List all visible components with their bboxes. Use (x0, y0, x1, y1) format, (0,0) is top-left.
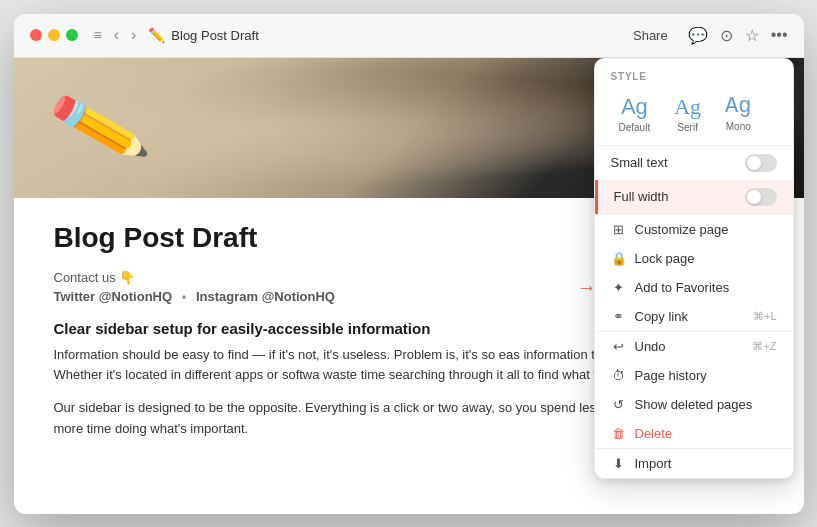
minimize-button[interactable] (48, 29, 60, 41)
delete-label: Delete (635, 426, 673, 441)
show-deleted-label: Show deleted pages (635, 397, 753, 412)
full-width-label: Full width (614, 189, 669, 204)
lock-page-label: Lock page (635, 251, 695, 266)
font-options: Ag Default Ag Serif Ag Mono (611, 90, 777, 137)
font-mono-label: Mono (726, 121, 751, 132)
maximize-button[interactable] (66, 29, 78, 41)
show-deleted-item[interactable]: ↺ Show deleted pages (595, 390, 793, 419)
close-button[interactable] (30, 29, 42, 41)
sidebar-icon[interactable]: ≡ (94, 27, 102, 43)
page-history-item[interactable]: ⏱ Page history (595, 361, 793, 390)
back-button[interactable]: ‹ (110, 24, 123, 46)
lock-page-left: 🔒 Lock page (611, 251, 695, 266)
page-history-label: Page history (635, 368, 707, 383)
full-width-toggle[interactable] (745, 188, 777, 206)
delete-item[interactable]: 🗑 Delete (595, 419, 793, 448)
customize-icon: ⊞ (611, 222, 627, 237)
font-default-label: Default (619, 122, 651, 133)
copy-link-label: Copy link (635, 309, 688, 324)
star-icon[interactable]: ☆ (745, 26, 759, 45)
help-icon[interactable]: ⊙ (720, 26, 733, 45)
style-section: STYLE Ag Default Ag Serif Ag Mono (595, 59, 793, 145)
undo-shortcut: ⌘+Z (752, 340, 776, 353)
small-text-toggle-row: Small text (595, 146, 793, 180)
history-icon: ⏱ (611, 368, 627, 383)
undo-icon: ↩ (611, 339, 627, 354)
app-window: ≡ ‹ › ✏️ Blog Post Draft Share 💬 ⊙ ☆ •••… (14, 14, 804, 514)
import-label: Import (635, 456, 672, 471)
page-title-bar: ✏️ Blog Post Draft (148, 27, 258, 43)
pencil-emoji: ✏️ (44, 75, 153, 180)
font-serif-label: Serif (677, 122, 698, 133)
twitter-handle: @NotionHQ (95, 289, 172, 304)
titlebar: ≡ ‹ › ✏️ Blog Post Draft Share 💬 ⊙ ☆ ••• (14, 14, 804, 58)
link-icon: ⚭ (611, 309, 627, 324)
instagram-handle: @NotionHQ (258, 289, 335, 304)
share-button[interactable]: Share (625, 24, 676, 47)
delete-icon: 🗑 (611, 426, 627, 441)
nav-buttons: ‹ › (110, 24, 141, 46)
favorites-item[interactable]: ✦ Add to Favorites (595, 273, 793, 302)
import-item[interactable]: ⬇ Import (595, 449, 793, 478)
undo-item[interactable]: ↩ Undo ⌘+Z (595, 332, 793, 361)
full-width-toggle-row: Full width (595, 180, 793, 214)
font-serif-option[interactable]: Ag Serif (666, 90, 709, 137)
style-dropdown-menu: STYLE Ag Default Ag Serif Ag Mono (594, 58, 794, 479)
style-section-label: STYLE (611, 71, 777, 82)
main-area: ✏️ Blog Post Draft Contact us 👇 Twitter … (14, 58, 804, 514)
font-serif-letter: Ag (674, 94, 701, 120)
copy-link-item[interactable]: ⚭ Copy link ⌘+L (595, 302, 793, 331)
star-menu-icon: ✦ (611, 280, 627, 295)
more-menu-button[interactable]: ••• (771, 26, 788, 44)
titlebar-actions: Share 💬 ⊙ ☆ ••• (625, 24, 788, 47)
font-default-option[interactable]: Ag Default (611, 90, 659, 137)
undo-label: Undo (635, 339, 666, 354)
page-history-left: ⏱ Page history (611, 368, 707, 383)
separator: • (178, 289, 190, 304)
favorites-left: ✦ Add to Favorites (611, 280, 730, 295)
arrow-indicator: → (577, 276, 597, 299)
instagram-label: Instagram (196, 289, 258, 304)
restore-icon: ↺ (611, 397, 627, 412)
forward-button[interactable]: › (127, 24, 140, 46)
customize-page-label: Customize page (635, 222, 729, 237)
chat-icon[interactable]: 💬 (688, 26, 708, 45)
page-title-text: Blog Post Draft (171, 28, 258, 43)
twitter-label: Twitter (54, 289, 96, 304)
import-left: ⬇ Import (611, 456, 672, 471)
lock-icon: 🔒 (611, 251, 627, 266)
undo-left: ↩ Undo (611, 339, 666, 354)
customize-page-item[interactable]: ⊞ Customize page (595, 215, 793, 244)
small-text-toggle[interactable] (745, 154, 777, 172)
copy-link-left: ⚭ Copy link (611, 309, 688, 324)
font-mono-letter: Ag (725, 94, 751, 119)
lock-page-item[interactable]: 🔒 Lock page (595, 244, 793, 273)
delete-left: 🗑 Delete (611, 426, 673, 441)
traffic-lights (30, 29, 78, 41)
import-icon: ⬇ (611, 456, 627, 471)
copy-link-shortcut: ⌘+L (753, 310, 777, 323)
show-deleted-left: ↺ Show deleted pages (611, 397, 753, 412)
page-icon: ✏️ (148, 27, 165, 43)
font-default-letter: Ag (621, 94, 648, 120)
favorites-label: Add to Favorites (635, 280, 730, 295)
small-text-label: Small text (611, 155, 668, 170)
font-mono-option[interactable]: Ag Mono (717, 90, 759, 137)
customize-page-left: ⊞ Customize page (611, 222, 729, 237)
